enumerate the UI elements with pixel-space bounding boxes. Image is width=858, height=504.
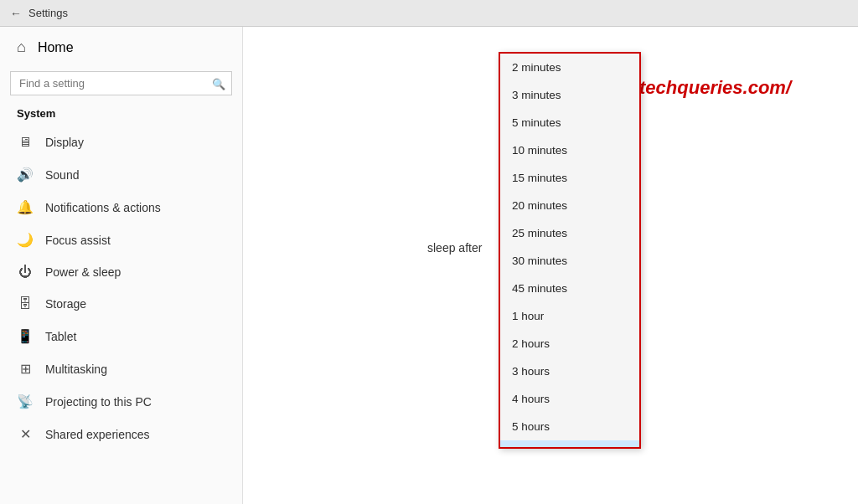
sidebar-item-label-focus-assist: Focus assist xyxy=(45,234,111,247)
dropdown-item-9[interactable]: 1 hour xyxy=(500,302,639,330)
sidebar-item-focus-assist[interactable]: 🌙 Focus assist xyxy=(0,224,242,256)
sidebar-item-projecting[interactable]: 📡 Projecting to this PC xyxy=(0,385,242,418)
sidebar-item-label-power-sleep: Power & sleep xyxy=(45,265,121,279)
sidebar-item-label-shared: Shared experiences xyxy=(45,428,150,441)
home-icon: ⌂ xyxy=(17,39,26,56)
dropdown-item-8[interactable]: 45 minutes xyxy=(500,275,639,302)
sidebar-item-label-display: Display xyxy=(45,136,84,149)
notifications-icon: 🔔 xyxy=(17,199,34,215)
sidebar-item-display[interactable]: 🖥 Display xyxy=(0,126,242,158)
sidebar-item-label-projecting: Projecting to this PC xyxy=(45,395,152,409)
dropdown-item-5[interactable]: 20 minutes xyxy=(500,192,639,219)
sidebar-home-label: Home xyxy=(38,40,74,55)
title-bar: ← Settings xyxy=(0,0,858,27)
sidebar-items-list: 🖥 Display 🔊 Sound 🔔 Notifications & acti… xyxy=(0,126,242,450)
storage-icon: 🗄 xyxy=(17,296,34,311)
projecting-icon: 📡 xyxy=(17,393,34,409)
dropdown-item-7[interactable]: 30 minutes xyxy=(500,247,639,275)
sidebar-item-storage[interactable]: 🗄 Storage xyxy=(0,288,242,320)
sidebar: ⌂ Home 🔍 System 🖥 Display 🔊 Sound 🔔 Noti… xyxy=(0,27,243,504)
search-icon: 🔍 xyxy=(212,77,225,90)
dropdown-item-11[interactable]: 3 hours xyxy=(500,357,639,385)
sidebar-item-label-sound: Sound xyxy=(45,168,79,182)
main-area: ⌂ Home 🔍 System 🖥 Display 🔊 Sound 🔔 Noti… xyxy=(0,27,858,504)
dropdown-item-12[interactable]: 4 hours xyxy=(500,385,639,413)
title-bar-title: Settings xyxy=(28,7,68,19)
sleep-after-label: sleep after xyxy=(427,241,482,255)
dropdown-item-3[interactable]: 10 minutes xyxy=(500,136,639,164)
content-area: https://alltechqueries.com/ sleep after … xyxy=(243,27,858,504)
system-section-title: System xyxy=(0,104,242,126)
dropdown-item-14[interactable]: Never xyxy=(500,440,639,447)
dropdown-item-4[interactable]: 15 minutes xyxy=(500,164,639,192)
power-sleep-icon: ⏻ xyxy=(17,265,34,280)
sidebar-item-sound[interactable]: 🔊 Sound xyxy=(0,158,242,191)
multitasking-icon: ⊞ xyxy=(17,361,34,377)
sidebar-search: 🔍 xyxy=(10,71,232,95)
sidebar-item-power-sleep[interactable]: ⏻ Power & sleep xyxy=(0,256,242,288)
sound-icon: 🔊 xyxy=(17,167,34,183)
focus-assist-icon: 🌙 xyxy=(17,232,34,248)
sidebar-item-label-tablet: Tablet xyxy=(45,330,76,343)
sidebar-item-shared[interactable]: ✕ Shared experiences xyxy=(0,418,242,450)
dropdown-list: 2 minutes3 minutes5 minutes10 minutes15 … xyxy=(500,54,639,447)
sidebar-item-label-storage: Storage xyxy=(45,297,86,311)
dropdown-item-1[interactable]: 3 minutes xyxy=(500,81,639,109)
sidebar-item-tablet[interactable]: 📱 Tablet xyxy=(0,320,242,352)
search-input[interactable] xyxy=(10,71,232,95)
back-button[interactable]: ← xyxy=(10,7,22,20)
sidebar-item-label-multitasking: Multitasking xyxy=(45,363,107,376)
display-icon: 🖥 xyxy=(17,135,34,150)
sidebar-item-multitasking[interactable]: ⊞ Multitasking xyxy=(0,352,242,385)
dropdown-item-10[interactable]: 2 hours xyxy=(500,330,639,357)
sidebar-item-label-notifications: Notifications & actions xyxy=(45,201,161,214)
dropdown-item-13[interactable]: 5 hours xyxy=(500,413,639,440)
sidebar-item-notifications[interactable]: 🔔 Notifications & actions xyxy=(0,191,242,224)
tablet-icon: 📱 xyxy=(17,328,34,344)
dropdown-item-0[interactable]: 2 minutes xyxy=(500,54,639,81)
dropdown-item-2[interactable]: 5 minutes xyxy=(500,109,639,136)
dropdown-item-6[interactable]: 25 minutes xyxy=(500,219,639,247)
sidebar-item-home[interactable]: ⌂ Home xyxy=(0,27,242,68)
shared-icon: ✕ xyxy=(17,426,34,442)
dropdown-overlay: 2 minutes3 minutes5 minutes10 minutes15 … xyxy=(499,52,641,449)
